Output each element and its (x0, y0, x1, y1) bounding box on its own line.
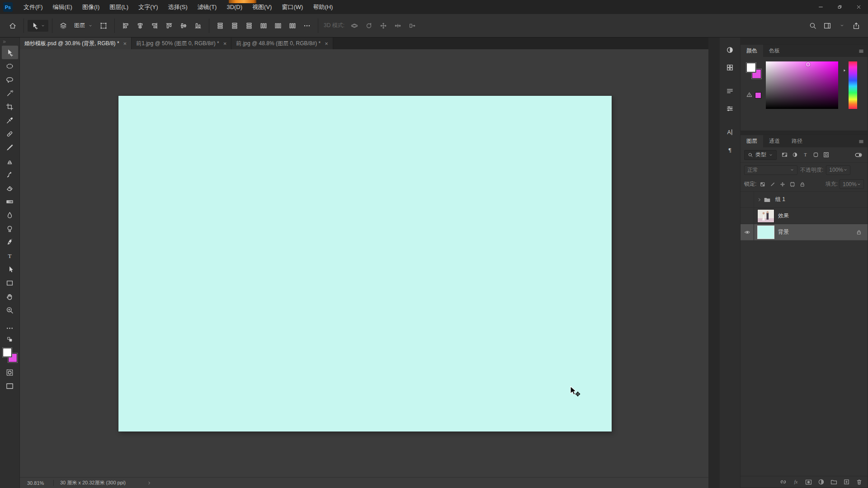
layer-mask-icon[interactable] (802, 477, 814, 488)
move-tool[interactable] (2, 46, 18, 59)
filter-type-icon[interactable]: T (801, 150, 810, 160)
menu-item-5[interactable]: 文字(Y) (133, 0, 163, 14)
restore-button[interactable] (830, 0, 849, 14)
distribute-bottom-icon[interactable] (243, 19, 255, 32)
foreground-color-swatch[interactable] (3, 348, 12, 357)
layer-row-effects[interactable]: 效果 (741, 208, 868, 224)
quick-selection-tool[interactable] (2, 86, 18, 100)
lock-paint-icon[interactable] (768, 180, 777, 188)
share-button[interactable] (850, 19, 863, 32)
tab-layers[interactable]: 图层 (741, 135, 763, 147)
document-tab-3[interactable]: 前.jpg @ 48.8% (图层 0, RGB/8#) *× (231, 38, 333, 49)
visibility-toggle[interactable] (741, 208, 754, 224)
tab-color[interactable]: 颜色 (741, 45, 763, 57)
canvas-area[interactable] (20, 49, 708, 477)
toolbar-collapse-button[interactable] (0, 38, 19, 46)
hand-tool[interactable] (2, 290, 18, 303)
healing-brush-tool[interactable] (2, 127, 18, 141)
menu-item-2[interactable]: 编辑(E) (48, 0, 77, 14)
opacity-dropdown[interactable]: 100% (826, 165, 850, 175)
fill-dropdown[interactable]: 100% (840, 179, 864, 189)
distribute-top-icon[interactable] (214, 19, 226, 32)
libraries-panel-icon[interactable] (720, 60, 740, 75)
document-tab-2[interactable]: 前1.jpg @ 50% (图层 0, RGB/8#) *× (132, 38, 231, 49)
tab-close-icon[interactable]: × (325, 40, 328, 47)
filter-toggle-switch[interactable] (853, 150, 864, 160)
foreground-color-swatch[interactable] (746, 63, 756, 72)
close-button[interactable] (849, 0, 868, 14)
3d-roll-icon[interactable] (363, 19, 375, 32)
menu-item-7[interactable]: 滤镜(T) (193, 0, 222, 14)
document-tab-1[interactable]: 婚纱模板.psd @ 30.8% (背景, RGB/8) *× (20, 38, 132, 49)
layer-thumbnail[interactable] (758, 210, 774, 222)
menu-item-4[interactable]: 图层(L) (104, 0, 133, 14)
zoom-level-field[interactable]: 30.81% (27, 480, 47, 486)
tab-close-icon[interactable]: × (123, 40, 127, 47)
eyedropper-tool[interactable] (2, 113, 18, 127)
lasso-tool[interactable] (2, 73, 18, 86)
distribute-right-icon[interactable] (286, 19, 299, 32)
hue-slider[interactable] (849, 61, 857, 109)
filter-shape-icon[interactable] (811, 150, 821, 160)
rectangle-tool[interactable] (2, 276, 18, 290)
new-group-icon[interactable] (828, 477, 840, 488)
eraser-tool[interactable] (2, 181, 18, 195)
paragraph-panel-icon[interactable]: ¶ (720, 142, 740, 157)
distribute-center-h-icon[interactable] (272, 19, 284, 32)
status-chevron-icon[interactable] (146, 480, 152, 486)
tab-paths[interactable]: 路径 (786, 135, 808, 147)
workspace-button[interactable] (821, 19, 834, 32)
layer-effects-icon[interactable]: fx (790, 477, 802, 488)
pen-tool[interactable] (2, 235, 18, 249)
align-center-h-icon[interactable] (134, 19, 146, 32)
link-layers-icon[interactable] (777, 477, 789, 488)
3d-slide-icon[interactable] (392, 19, 404, 32)
path-selection-tool[interactable] (2, 263, 18, 276)
gradient-tool[interactable] (2, 195, 18, 208)
gamut-color-swatch[interactable] (755, 92, 761, 99)
visibility-toggle[interactable] (741, 224, 754, 240)
distribute-left-icon[interactable] (257, 19, 270, 32)
blur-tool[interactable] (2, 208, 18, 222)
layer-row-group-1[interactable]: 组 1 (741, 192, 868, 208)
menu-item-3[interactable]: 图像(I) (77, 0, 104, 14)
minimize-button[interactable] (811, 0, 830, 14)
adjustments-panel-icon[interactable] (720, 42, 740, 57)
properties-panel-icon[interactable] (720, 101, 740, 116)
type-tool[interactable]: T (2, 249, 18, 263)
filter-type-dropdown[interactable]: 类型 (744, 150, 777, 160)
default-colors-button[interactable] (2, 335, 18, 344)
blend-mode-dropdown[interactable]: 正常 (744, 165, 797, 175)
more-align-options-button[interactable] (301, 19, 313, 32)
color-picker-indicator[interactable] (806, 62, 810, 66)
layers-panel-menu-button[interactable] (855, 135, 868, 147)
tab-swatches[interactable]: 色板 (763, 45, 786, 57)
search-button[interactable] (807, 19, 819, 32)
align-left-icon[interactable] (119, 19, 132, 32)
distribute-center-v-icon[interactable] (228, 19, 241, 32)
filter-pixel-icon[interactable] (780, 150, 789, 160)
menu-item-1[interactable]: 文件(F) (19, 0, 48, 14)
filter-smart-object-icon[interactable] (821, 150, 831, 160)
layer-row-background[interactable]: 背景 (741, 224, 868, 240)
lock-all-icon[interactable] (798, 180, 807, 188)
zoom-tool[interactable] (2, 303, 18, 317)
align-right-icon[interactable] (148, 19, 161, 32)
document-canvas[interactable] (118, 96, 612, 432)
align-top-icon[interactable] (163, 19, 175, 32)
screen-mode-button[interactable] (2, 379, 18, 393)
current-tool-button[interactable] (28, 20, 48, 32)
adjustment-layer-icon[interactable] (815, 477, 827, 488)
3d-zoom-icon[interactable] (406, 19, 419, 32)
workspace-chevron-button[interactable] (835, 19, 848, 32)
3d-orbit-icon[interactable] (348, 19, 361, 32)
brush-tool[interactable] (2, 141, 18, 154)
menu-item-10[interactable]: 窗口(W) (277, 0, 308, 14)
lock-artboard-icon[interactable] (788, 180, 797, 188)
new-layer-icon[interactable] (840, 477, 852, 488)
info-panel-icon[interactable] (720, 83, 740, 99)
gamut-warning-icon[interactable] (746, 91, 753, 98)
visibility-toggle[interactable] (741, 192, 754, 208)
layer-thumbnail[interactable] (758, 226, 774, 239)
expand-group-icon[interactable] (757, 197, 762, 202)
